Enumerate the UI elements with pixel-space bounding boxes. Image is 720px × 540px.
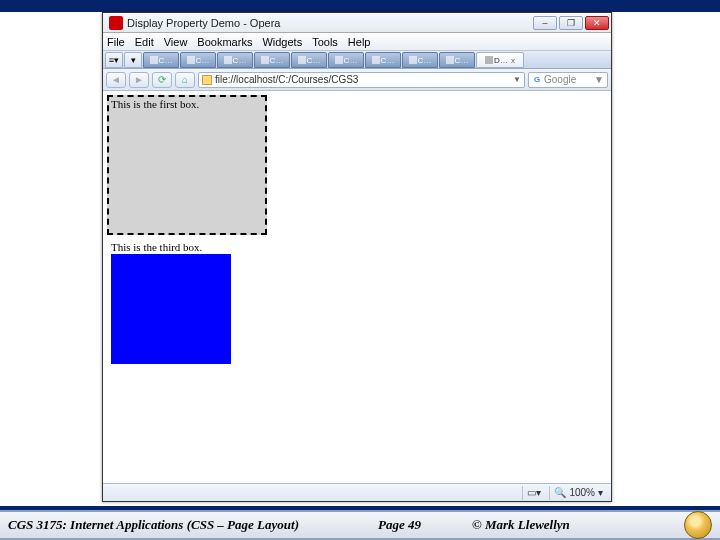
zoom-icon: 🔍 — [554, 487, 566, 498]
menu-file[interactable]: File — [107, 36, 125, 48]
third-box-text: This is the third box. — [111, 241, 231, 254]
tab-item[interactable]: C… — [217, 52, 253, 68]
tab-item[interactable]: C… — [402, 52, 438, 68]
page-icon — [409, 56, 417, 64]
tab-strip: ≡▾ ▾ C… C… C… C… C… C… C… C… C… D… x — [103, 51, 611, 69]
address-toolbar: ◄ ► ⟳ ⌂ file://localhost/C:/Courses/CGS3… — [103, 69, 611, 91]
tab-item[interactable]: C… — [291, 52, 327, 68]
tab-item[interactable]: C… — [365, 52, 401, 68]
new-tab-button[interactable]: ▾ — [124, 52, 142, 68]
opera-icon — [109, 16, 123, 30]
view-mode-button[interactable]: ▭▾ — [522, 486, 545, 500]
page-icon — [150, 56, 158, 64]
address-field[interactable]: file://localhost/C:/Courses/CGS3 ▼ — [198, 72, 525, 88]
search-field[interactable]: G Google ▼ — [528, 72, 608, 88]
menu-edit[interactable]: Edit — [135, 36, 154, 48]
third-box-body — [111, 254, 231, 364]
course-title: CGS 3175: Internet Applications (CSS – P… — [8, 517, 299, 533]
tab-item[interactable]: C… — [328, 52, 364, 68]
tab-item[interactable]: C… — [254, 52, 290, 68]
menu-tools[interactable]: Tools — [312, 36, 338, 48]
menu-bookmarks[interactable]: Bookmarks — [197, 36, 252, 48]
first-box-text: This is the first box. — [111, 98, 199, 110]
author-credit: © Mark Llewellyn — [472, 517, 570, 533]
dropdown-icon[interactable]: ▼ — [513, 75, 521, 84]
third-box: This is the third box. — [111, 241, 231, 364]
tab-label: D… — [494, 56, 508, 65]
page-icon — [187, 56, 195, 64]
close-button[interactable]: ✕ — [585, 16, 609, 30]
maximize-button[interactable]: ❐ — [559, 16, 583, 30]
ucf-logo-icon — [684, 511, 712, 539]
slide-footer: CGS 3175: Internet Applications (CSS – P… — [0, 510, 720, 540]
google-icon: G — [532, 75, 542, 85]
menu-widgets[interactable]: Widgets — [262, 36, 302, 48]
tab-close-icon[interactable]: x — [511, 56, 515, 65]
window-controls: – ❐ ✕ — [533, 16, 609, 30]
page-icon — [372, 56, 380, 64]
page-icon — [335, 56, 343, 64]
browser-window: Display Property Demo - Opera – ❐ ✕ File… — [102, 12, 612, 502]
status-bar: ▭▾ 🔍 100% ▾ — [103, 483, 611, 501]
search-placeholder: Google — [544, 74, 576, 85]
panel-toggle-button[interactable]: ≡▾ — [105, 52, 123, 68]
tab-item-active[interactable]: D… x — [476, 52, 524, 68]
back-button[interactable]: ◄ — [106, 72, 126, 88]
page-icon — [298, 56, 306, 64]
page-icon — [485, 56, 493, 64]
zoom-control[interactable]: 🔍 100% ▾ — [549, 486, 607, 500]
menu-bar: File Edit View Bookmarks Widgets Tools H… — [103, 33, 611, 51]
zoom-value: 100% — [569, 487, 595, 498]
url-text: file://localhost/C:/Courses/CGS3 — [215, 74, 358, 85]
minimize-button[interactable]: – — [533, 16, 557, 30]
dropdown-icon[interactable]: ▾ — [598, 487, 603, 498]
window-title: Display Property Demo - Opera — [127, 17, 533, 29]
reload-button[interactable]: ⟳ — [152, 72, 172, 88]
menu-view[interactable]: View — [164, 36, 188, 48]
menu-help[interactable]: Help — [348, 36, 371, 48]
forward-button[interactable]: ► — [129, 72, 149, 88]
page-number: Page 49 — [378, 517, 421, 533]
favicon-icon — [202, 75, 212, 85]
home-button[interactable]: ⌂ — [175, 72, 195, 88]
tab-item[interactable]: C… — [180, 52, 216, 68]
page-icon — [446, 56, 454, 64]
page-content: This is the first box. This is the third… — [103, 91, 611, 483]
title-bar: Display Property Demo - Opera – ❐ ✕ — [103, 13, 611, 33]
page-icon — [261, 56, 269, 64]
first-box: This is the first box. — [107, 95, 267, 235]
dropdown-icon[interactable]: ▼ — [594, 74, 604, 85]
tab-item[interactable]: C… — [439, 52, 475, 68]
page-icon — [224, 56, 232, 64]
tab-item[interactable]: C… — [143, 52, 179, 68]
